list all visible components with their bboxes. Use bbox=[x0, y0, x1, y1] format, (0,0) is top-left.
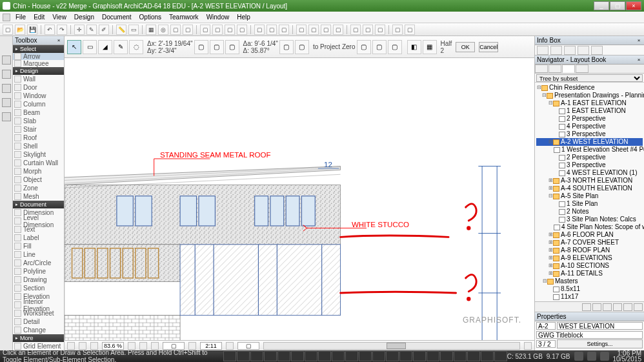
tree-node[interactable]: ⊞A-11 DETAILS bbox=[536, 270, 643, 277]
tree-node[interactable]: ⊟A-2 WEST ELEVATION bbox=[536, 138, 643, 146]
tray-icon-3[interactable] bbox=[600, 352, 609, 361]
tool-p[interactable]: ▢ bbox=[375, 25, 385, 35]
ib-btn-5[interactable] bbox=[591, 46, 603, 55]
tool-a[interactable]: ▢ bbox=[170, 25, 181, 35]
tool-drawing[interactable]: Drawing bbox=[13, 276, 64, 284]
zoom-out-icon[interactable] bbox=[67, 342, 75, 350]
tool-slab[interactable]: Slab bbox=[13, 117, 64, 125]
tool-j[interactable]: ▢ bbox=[296, 25, 307, 35]
tool-q[interactable]: ▢ bbox=[392, 25, 403, 35]
tool-new[interactable]: ▢ bbox=[3, 25, 13, 35]
tool-pick[interactable]: ✛ bbox=[74, 25, 85, 35]
tree-node[interactable]: 3 Perspective bbox=[536, 161, 643, 169]
menu-edit[interactable]: Edit bbox=[30, 14, 48, 21]
nav-tab-view[interactable] bbox=[548, 65, 561, 73]
dock-btn-2[interactable] bbox=[2, 70, 11, 79]
app-21[interactable] bbox=[494, 351, 507, 361]
tool-fill[interactable]: Fill bbox=[13, 242, 64, 250]
menu-view[interactable]: View bbox=[48, 14, 70, 21]
subtool-8[interactable]: ▢ bbox=[279, 40, 294, 54]
tool-save[interactable]: 💾 bbox=[27, 25, 37, 35]
tree-filter-select[interactable]: Tree by subset bbox=[536, 74, 643, 82]
tool-m[interactable]: ▢ bbox=[333, 25, 343, 35]
tree-node[interactable]: ⊟A-1 EAST ELEVATION bbox=[536, 99, 643, 107]
tool-column[interactable]: Column bbox=[13, 100, 64, 108]
menu-file[interactable]: File bbox=[12, 14, 30, 21]
tree-node[interactable]: ⊞A-6 FLOOR PLAN bbox=[536, 231, 643, 239]
horizontal-scrollbar[interactable] bbox=[263, 342, 520, 350]
app-2[interactable] bbox=[237, 351, 250, 361]
menu-teamwork[interactable]: Teamwork bbox=[165, 14, 203, 21]
dock-btn-1[interactable] bbox=[2, 55, 11, 65]
nav-up-icon[interactable] bbox=[613, 303, 622, 311]
tool-beam[interactable]: Beam bbox=[13, 108, 64, 117]
tree-node[interactable]: ⊟Presentation Drawings - Planning bbox=[536, 92, 643, 99]
tool-morph[interactable]: Morph bbox=[13, 167, 64, 176]
tool-roof[interactable]: Roof bbox=[13, 134, 64, 142]
app-18[interactable] bbox=[454, 351, 467, 361]
tool-change[interactable]: Change bbox=[13, 326, 64, 334]
tree-node[interactable]: 11x17 bbox=[536, 293, 643, 301]
close-button[interactable]: × bbox=[626, 1, 641, 10]
tree-node[interactable]: 2 Notes bbox=[536, 208, 643, 216]
app-10[interactable] bbox=[345, 351, 358, 361]
app-16[interactable] bbox=[427, 351, 439, 361]
prop-master[interactable]: GWG Titleblock bbox=[536, 331, 643, 339]
app-11[interactable] bbox=[359, 351, 372, 361]
tree-node[interactable]: 4 WEST ELEVATION (1) bbox=[536, 169, 643, 177]
nav-dup-icon[interactable] bbox=[592, 303, 601, 311]
minimize-button[interactable]: _ bbox=[594, 1, 609, 10]
app-13[interactable] bbox=[386, 351, 399, 361]
tool-g[interactable]: ▢ bbox=[254, 25, 265, 35]
app-15[interactable] bbox=[413, 351, 426, 361]
subtool-9[interactable]: ▢ bbox=[295, 40, 309, 54]
zoom-in-icon[interactable] bbox=[90, 342, 98, 350]
tree-node[interactable]: ⊟Masters bbox=[536, 277, 643, 285]
app-14[interactable] bbox=[399, 351, 412, 361]
page-field-1[interactable] bbox=[163, 342, 185, 350]
tool-r[interactable]: ▢ bbox=[405, 25, 415, 35]
tree-node[interactable]: 1 EAST ELEVATION bbox=[536, 107, 643, 115]
subtool-3[interactable]: ✎ bbox=[114, 40, 128, 54]
scroll-right-icon[interactable] bbox=[524, 342, 532, 350]
doc-menu-icon[interactable] bbox=[3, 14, 10, 21]
settings-button[interactable]: Settings... bbox=[557, 339, 643, 348]
tray-icon-2[interactable] bbox=[587, 352, 596, 361]
tool-level-dimension[interactable]: Level Dimension bbox=[13, 217, 64, 225]
tree-node[interactable]: ⊟A-5 Site Plan bbox=[536, 192, 643, 200]
subtool-10[interactable]: ▢ bbox=[357, 40, 371, 54]
tool-object[interactable]: Object bbox=[13, 176, 64, 184]
tool-ruler[interactable]: ▭ bbox=[128, 25, 139, 35]
tree-node[interactable]: ⊟Chin Residence bbox=[536, 84, 643, 92]
tool-measure[interactable]: 📏 bbox=[116, 25, 126, 35]
ib-btn-3[interactable] bbox=[564, 46, 576, 55]
dock-btn-4[interactable] bbox=[2, 98, 11, 107]
tool-section[interactable]: Section bbox=[13, 284, 64, 292]
subtool-1[interactable]: ▭ bbox=[83, 40, 97, 54]
subtool-7[interactable]: ▢ bbox=[225, 40, 239, 54]
nav-tab-layout[interactable] bbox=[562, 65, 575, 73]
app-7[interactable] bbox=[305, 351, 317, 361]
zoom-input[interactable] bbox=[102, 342, 124, 350]
tool-arrow[interactable]: Arrow bbox=[13, 53, 64, 60]
tree-node[interactable]: ⊞A-10 SECTIONS bbox=[536, 262, 643, 270]
tool-interior-elevation[interactable]: Interior Elevation bbox=[13, 301, 64, 309]
tool-b[interactable]: ▢ bbox=[183, 25, 193, 35]
tool-c[interactable]: ▢ bbox=[200, 25, 210, 35]
tool-wall[interactable]: Wall bbox=[13, 75, 64, 83]
page-field-2[interactable] bbox=[200, 342, 222, 350]
nav-prev-icon[interactable] bbox=[128, 342, 136, 350]
tray-icon-1[interactable] bbox=[574, 352, 583, 361]
menu-design[interactable]: Design bbox=[70, 14, 98, 21]
tree-node[interactable]: ⊞A-7 COVER SHEET bbox=[536, 239, 643, 246]
tool-open[interactable]: 📂 bbox=[15, 25, 25, 35]
tree-node[interactable]: 8.5x11 bbox=[536, 285, 643, 293]
app-6[interactable] bbox=[291, 351, 304, 361]
tool-stair[interactable]: Stair bbox=[13, 125, 64, 134]
app-4[interactable] bbox=[264, 351, 277, 361]
app-20[interactable] bbox=[481, 351, 494, 361]
nav-tab-pub[interactable] bbox=[576, 65, 589, 73]
dock-btn-3[interactable] bbox=[2, 84, 11, 93]
ib-btn-1[interactable] bbox=[537, 46, 548, 55]
tool-i[interactable]: ▢ bbox=[279, 25, 289, 35]
